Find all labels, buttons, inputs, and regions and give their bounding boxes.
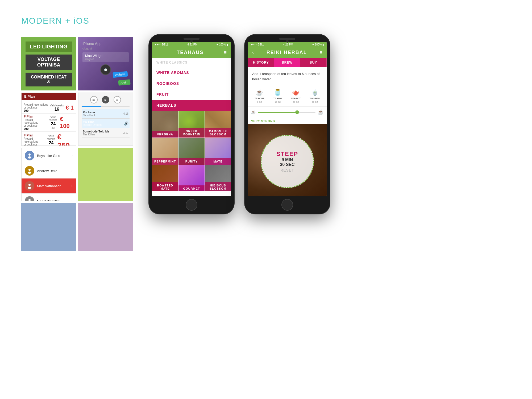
- tea-weak-icon: ☕: [251, 110, 256, 114]
- status-bar-left: ●●○○ BELL 4:21 PM ✦ 100% ▮: [152, 42, 231, 47]
- phone-screen-right: ●●○○ BELL 4:21 PM ✦ 100% ▮ ‹ REIKI HERBA…: [248, 42, 327, 196]
- phone-screen-left: ●●○○ BELL 4:21 PM ✦ 100% ▮ TEAHAUS ≡ WHI…: [152, 42, 231, 196]
- contact-name-4: Needtobreathe: [37, 199, 69, 201]
- brew-description: Add 1 teaspoon of tea leaves to 6 ounces…: [248, 67, 327, 86]
- iphone-app-card: iPhone App clogout Mac Widget clogout 🕐 …: [78, 37, 133, 90]
- plan-f-row2: F Plan Prepaid reservations or bookings …: [22, 132, 76, 146]
- contact-name-1: Boys Like Girls: [37, 154, 69, 158]
- status-time-left: 4:21 PM: [188, 43, 197, 46]
- tea-label-gourmet: GOURMET: [178, 185, 204, 191]
- app-title-right: REIKI HERBAL: [254, 50, 319, 55]
- green-swatch: [78, 148, 133, 201]
- category-rooiboos[interactable]: ROOIBOOS: [152, 78, 231, 89]
- steep-circle: STEEP 9 MIN 30 SEC RESET: [261, 135, 314, 188]
- tonfisk-symbol: 🍵: [311, 89, 318, 96]
- steep-reset[interactable]: RESET: [280, 168, 294, 172]
- plans-card: E Plan Prepaid reservations or bookings …: [21, 93, 76, 146]
- steep-seconds: 30 SEC: [280, 162, 294, 167]
- strength-label: VERY STRONG: [248, 118, 327, 124]
- tea-label-greek: GREEK MOUNTAIN: [178, 128, 204, 138]
- icon-tonfisk[interactable]: 🍵 TONFISK 36 OZ: [310, 89, 320, 103]
- status-battery-left: ✦ 100% ▮: [216, 43, 228, 46]
- status-carrier-right: ●●○○ BELL: [251, 43, 264, 46]
- tea-label-purity: PURITY: [178, 158, 204, 165]
- svg-point-6: [28, 199, 31, 201]
- teapot-label: TEAPOT: [291, 97, 301, 100]
- page-title: MODERN + iOS: [21, 16, 89, 26]
- steep-label: STEEP: [276, 151, 298, 157]
- contact-avatar-2: [25, 166, 34, 176]
- contact-andrew-belle[interactable]: Andrew Belle ›: [22, 163, 76, 178]
- next-btn[interactable]: ⏭: [114, 96, 121, 103]
- menu-icon-left[interactable]: ≡: [224, 50, 227, 55]
- tea-label-camomile: CAMOMILE BLOSSOM: [205, 128, 231, 138]
- tea-verbena[interactable]: VERBENA: [152, 111, 178, 138]
- teacup-label: TEACUP: [255, 97, 264, 100]
- purple-swatch: [78, 203, 133, 251]
- category-herbals[interactable]: HERBALS: [152, 100, 231, 111]
- phone-camera-left: [190, 40, 193, 43]
- teapot-symbol: 🫖: [292, 89, 299, 96]
- strength-slider-thumb: [295, 110, 299, 114]
- category-fruit[interactable]: FRUIT: [152, 89, 231, 100]
- menu-icon-right[interactable]: ≡: [319, 50, 322, 55]
- contact-chevron-4: ›: [72, 199, 73, 201]
- music-track-3: Somebody Told Me The Killers 3:17: [82, 128, 130, 138]
- phone-speaker-left: [184, 38, 200, 40]
- music-progress-bar[interactable]: [82, 106, 130, 107]
- tea-mate[interactable]: MATE: [205, 138, 231, 165]
- icon-teapot[interactable]: 🫖 TEAPOT 28 OZ: [291, 89, 301, 103]
- led-sub2: COMBINED HEAT &: [26, 73, 72, 86]
- steep-minutes: 9 MIN: [282, 157, 293, 162]
- blue-swatch: [21, 203, 76, 251]
- category-white-aromas[interactable]: WHITE AROMAS: [152, 67, 231, 78]
- iphone-app-title: iPhone App: [82, 41, 129, 46]
- play-btn[interactable]: ▶: [102, 96, 109, 103]
- contact-avatar-1: [25, 151, 34, 160]
- strength-slider[interactable]: [258, 112, 315, 113]
- phone-home-btn-left[interactable]: [186, 199, 197, 211]
- contacts-card: Boys Like Girls › Andrew Belle › Matt Na…: [21, 148, 76, 201]
- tea-greek-mountain[interactable]: GREEK MOUNTAIN: [178, 111, 204, 138]
- phone-home-btn-right[interactable]: [281, 199, 293, 211]
- contact-needtobreathe[interactable]: Needtobreathe ›: [22, 194, 76, 201]
- iphone-app-logout: clogout: [82, 47, 129, 50]
- tea-label-roasted: ROASTED MATE: [152, 182, 178, 191]
- tonfisk-sub: 36 OZ: [312, 101, 318, 103]
- reiki-tabs: HISTORY BREW BUY: [248, 58, 327, 67]
- contact-name-2: Andrew Belle: [37, 169, 69, 173]
- contact-matt-nathanson[interactable]: Matt Nathanson ›: [22, 178, 76, 194]
- clock-widget: 🕐: [100, 64, 111, 75]
- contact-boys-like-girls[interactable]: Boys Like Girls ›: [22, 148, 76, 163]
- contact-chevron-1: ›: [72, 154, 73, 157]
- website-badge: Website: [113, 71, 128, 78]
- tea-roasted-mate[interactable]: ROASTED MATE: [152, 165, 178, 191]
- plan-f-row1: F Plan Prepaid reservations or bookings …: [22, 114, 76, 132]
- tab-brew[interactable]: BREW: [274, 58, 301, 67]
- teapot-sub: 28 OZ: [293, 101, 299, 103]
- tab-buy[interactable]: BUY: [300, 58, 327, 67]
- music-card: ⏮ ▶ ⏭ Rockstar Nickelback 4:16 It's Time…: [78, 93, 133, 146]
- strength-row: ☕ ☕: [248, 107, 327, 118]
- teamo-sub: 16 OZ: [275, 101, 281, 103]
- contact-name-3: Matt Nathanson: [37, 184, 69, 188]
- music-track-2: It's Time Imagine Dragon 🔊: [82, 119, 130, 128]
- contact-avatar-4: [25, 196, 34, 201]
- icon-teamo[interactable]: 🫙 TEAMO 16 OZ: [273, 89, 282, 103]
- tea-label-hibiscus: HIBISCUS BLOSSOM: [205, 182, 231, 191]
- prev-btn[interactable]: ⏮: [90, 96, 98, 103]
- category-white-classics[interactable]: WHITE CLASSICS: [152, 58, 231, 67]
- tea-gourmet[interactable]: GOURMET: [178, 165, 204, 191]
- reiki-icons-row: ☕ TEACUP 6 OZ 🫙 TEAMO 16 OZ 🫖 TEAPOT 28 …: [248, 86, 327, 107]
- svg-point-0: [28, 153, 31, 156]
- icon-teacup[interactable]: ☕ TEACUP 6 OZ: [255, 89, 264, 103]
- android-badge: Andro: [118, 79, 131, 86]
- teacup-symbol: ☕: [256, 89, 263, 96]
- tea-hibiscus[interactable]: HIBISCUS BLOSSOM: [205, 165, 231, 191]
- tea-label-mate: MATE: [205, 158, 231, 165]
- tea-purity[interactable]: PURITY: [178, 138, 204, 165]
- tea-camomile[interactable]: CAMOMILE BLOSSOM: [205, 111, 231, 138]
- contact-chevron-3: ›: [72, 184, 73, 188]
- tab-history[interactable]: HISTORY: [248, 58, 274, 67]
- tea-peppermint[interactable]: PEPPERMINT: [152, 138, 178, 165]
